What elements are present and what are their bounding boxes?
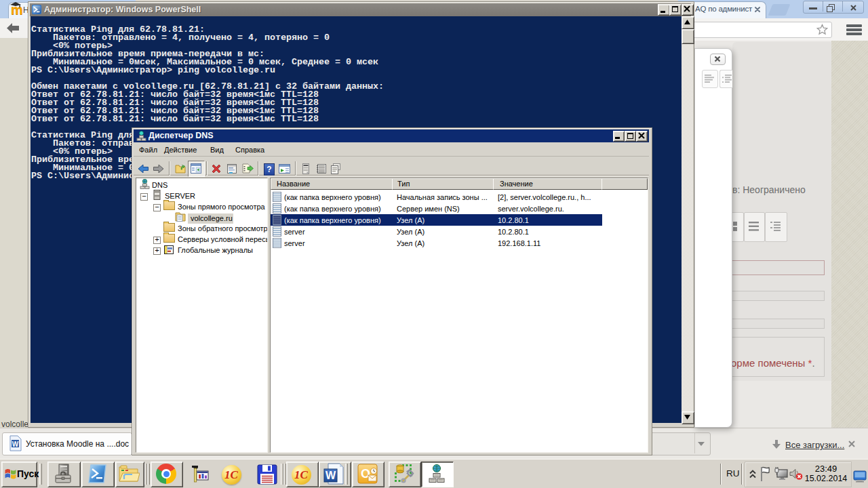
svg-text:W: W: [326, 470, 336, 481]
svg-text:W: W: [12, 441, 19, 448]
